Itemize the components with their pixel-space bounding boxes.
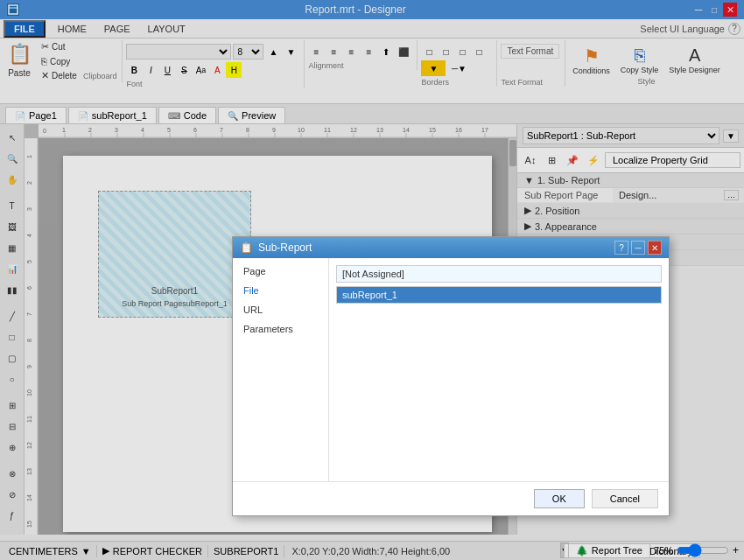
dialog-title-bar: 📋 Sub-Report ? ─ ✕ [233,237,669,258]
dialog-cancel-button[interactable]: Cancel [592,489,658,508]
dialog-footer: OK Cancel [233,481,669,515]
dialog-overlay: 📋 Sub-Report ? ─ ✕ Page File URL Paramet… [0,0,744,560]
dialog-title-icon: 📋 [240,242,253,254]
dialog-nav-parameters[interactable]: Parameters [233,319,328,339]
dialog-file-value[interactable]: subReport_1 [336,286,662,304]
dialog-file-row: subReport_1 [336,286,662,304]
dialog-sidebar: Page File URL Parameters [233,258,329,481]
dialog-ok-button[interactable]: OK [534,489,585,508]
dialog-nav-url[interactable]: URL [233,300,328,319]
dialog-content: [Not Assigned] subReport_1 [329,258,669,481]
dialog-close-btn[interactable]: ✕ [648,241,662,255]
dialog-nav-file[interactable]: File [233,281,328,300]
sub-report-dialog: 📋 Sub-Report ? ─ ✕ Page File URL Paramet… [232,236,670,516]
dialog-body: Page File URL Parameters [Not Assigned] … [233,258,669,481]
dialog-help-btn[interactable]: ? [614,241,628,255]
dialog-title-text: Sub-Report [258,242,312,254]
dialog-page-row: [Not Assigned] [336,265,662,283]
dialog-minimize-btn[interactable]: ─ [631,241,645,255]
dialog-nav-page[interactable]: Page [233,262,328,281]
dialog-page-value[interactable]: [Not Assigned] [336,265,662,283]
